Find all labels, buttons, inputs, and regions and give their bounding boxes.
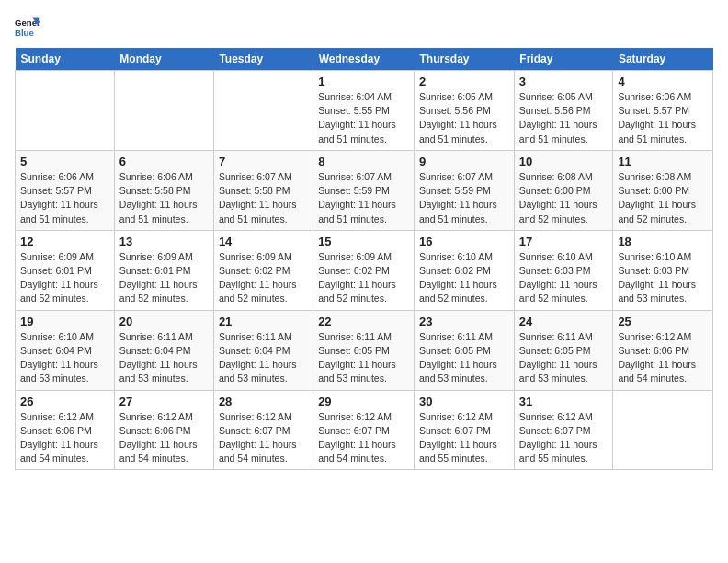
day-info: Sunrise: 6:08 AM Sunset: 6:00 PM Dayligh… (519, 170, 609, 226)
calendar-cell: 27Sunrise: 6:12 AM Sunset: 6:06 PM Dayli… (114, 390, 213, 470)
day-number: 23 (419, 315, 509, 328)
calendar-week-row: 1Sunrise: 6:04 AM Sunset: 5:55 PM Daylig… (16, 71, 713, 151)
calendar-cell: 3Sunrise: 6:05 AM Sunset: 5:56 PM Daylig… (514, 71, 613, 151)
calendar-cell: 25Sunrise: 6:12 AM Sunset: 6:06 PM Dayli… (613, 310, 713, 390)
calendar-cell: 12Sunrise: 6:09 AM Sunset: 6:01 PM Dayli… (16, 230, 115, 310)
calendar-cell: 7Sunrise: 6:07 AM Sunset: 5:58 PM Daylig… (213, 150, 313, 230)
day-info: Sunrise: 6:12 AM Sunset: 6:06 PM Dayligh… (618, 330, 708, 386)
day-number: 28 (219, 395, 308, 408)
calendar-cell: 30Sunrise: 6:12 AM Sunset: 6:07 PM Dayli… (415, 390, 515, 470)
calendar-table: SundayMondayTuesdayWednesdayThursdayFrid… (15, 48, 713, 470)
day-number: 1 (318, 75, 409, 88)
day-number: 9 (419, 155, 509, 168)
day-info: Sunrise: 6:09 AM Sunset: 6:01 PM Dayligh… (20, 250, 109, 306)
day-number: 20 (119, 315, 209, 328)
day-number: 3 (519, 75, 609, 88)
dow-header: Friday (514, 48, 613, 71)
calendar-cell: 5Sunrise: 6:06 AM Sunset: 5:57 PM Daylig… (16, 150, 115, 230)
day-info: Sunrise: 6:07 AM Sunset: 5:59 PM Dayligh… (318, 170, 409, 226)
calendar-cell: 22Sunrise: 6:11 AM Sunset: 6:05 PM Dayli… (313, 310, 415, 390)
day-number: 31 (519, 395, 609, 408)
calendar-cell: 18Sunrise: 6:10 AM Sunset: 6:03 PM Dayli… (613, 230, 713, 310)
calendar-cell: 14Sunrise: 6:09 AM Sunset: 6:02 PM Dayli… (213, 230, 313, 310)
calendar-cell: 24Sunrise: 6:11 AM Sunset: 6:05 PM Dayli… (514, 310, 613, 390)
day-number: 18 (618, 235, 708, 248)
day-info: Sunrise: 6:11 AM Sunset: 6:05 PM Dayligh… (519, 330, 609, 386)
dow-header: Saturday (613, 48, 713, 71)
day-info: Sunrise: 6:12 AM Sunset: 6:07 PM Dayligh… (419, 410, 509, 466)
page-header: General Blue (15, 15, 713, 40)
dow-header: Thursday (415, 48, 515, 71)
calendar-cell: 11Sunrise: 6:08 AM Sunset: 6:00 PM Dayli… (613, 150, 713, 230)
calendar-cell: 21Sunrise: 6:11 AM Sunset: 6:04 PM Dayli… (213, 310, 313, 390)
day-info: Sunrise: 6:10 AM Sunset: 6:04 PM Dayligh… (20, 330, 109, 386)
calendar-cell: 23Sunrise: 6:11 AM Sunset: 6:05 PM Dayli… (415, 310, 515, 390)
day-number: 11 (618, 155, 708, 168)
day-number: 2 (419, 75, 509, 88)
dow-header: Tuesday (213, 48, 313, 71)
day-number: 14 (219, 235, 308, 248)
day-number: 7 (219, 155, 308, 168)
calendar-cell (114, 71, 213, 151)
day-number: 25 (618, 315, 708, 328)
day-info: Sunrise: 6:12 AM Sunset: 6:07 PM Dayligh… (219, 410, 308, 466)
calendar-cell (16, 71, 115, 151)
day-info: Sunrise: 6:08 AM Sunset: 6:00 PM Dayligh… (618, 170, 708, 226)
day-info: Sunrise: 6:11 AM Sunset: 6:05 PM Dayligh… (318, 330, 409, 386)
calendar-week-row: 12Sunrise: 6:09 AM Sunset: 6:01 PM Dayli… (16, 230, 713, 310)
day-number: 17 (519, 235, 609, 248)
calendar-cell: 26Sunrise: 6:12 AM Sunset: 6:06 PM Dayli… (16, 390, 115, 470)
day-info: Sunrise: 6:05 AM Sunset: 5:56 PM Dayligh… (419, 90, 509, 146)
day-number: 13 (119, 235, 209, 248)
calendar-cell: 16Sunrise: 6:10 AM Sunset: 6:02 PM Dayli… (415, 230, 515, 310)
day-number: 22 (318, 315, 409, 328)
day-info: Sunrise: 6:11 AM Sunset: 6:05 PM Dayligh… (419, 330, 509, 386)
day-number: 26 (20, 395, 109, 408)
day-info: Sunrise: 6:06 AM Sunset: 5:58 PM Dayligh… (119, 170, 209, 226)
dow-header: Wednesday (313, 48, 415, 71)
calendar-cell (613, 390, 713, 470)
day-number: 4 (618, 75, 708, 88)
day-number: 12 (20, 235, 109, 248)
day-info: Sunrise: 6:12 AM Sunset: 6:06 PM Dayligh… (20, 410, 109, 466)
day-info: Sunrise: 6:10 AM Sunset: 6:03 PM Dayligh… (618, 250, 708, 306)
calendar-cell: 15Sunrise: 6:09 AM Sunset: 6:02 PM Dayli… (313, 230, 415, 310)
day-info: Sunrise: 6:11 AM Sunset: 6:04 PM Dayligh… (219, 330, 308, 386)
day-number: 5 (20, 155, 109, 168)
day-info: Sunrise: 6:12 AM Sunset: 6:07 PM Dayligh… (318, 410, 409, 466)
calendar-cell: 4Sunrise: 6:06 AM Sunset: 5:57 PM Daylig… (613, 71, 713, 151)
day-number: 29 (318, 395, 409, 408)
day-info: Sunrise: 6:09 AM Sunset: 6:01 PM Dayligh… (119, 250, 209, 306)
calendar-week-row: 26Sunrise: 6:12 AM Sunset: 6:06 PM Dayli… (16, 390, 713, 470)
day-info: Sunrise: 6:09 AM Sunset: 6:02 PM Dayligh… (318, 250, 409, 306)
calendar-cell: 2Sunrise: 6:05 AM Sunset: 5:56 PM Daylig… (415, 71, 515, 151)
day-number: 8 (318, 155, 409, 168)
calendar-cell: 20Sunrise: 6:11 AM Sunset: 6:04 PM Dayli… (114, 310, 213, 390)
day-info: Sunrise: 6:06 AM Sunset: 5:57 PM Dayligh… (20, 170, 109, 226)
day-number: 30 (419, 395, 509, 408)
calendar-body: 1Sunrise: 6:04 AM Sunset: 5:55 PM Daylig… (16, 71, 713, 470)
day-info: Sunrise: 6:07 AM Sunset: 5:58 PM Dayligh… (219, 170, 308, 226)
calendar-cell: 1Sunrise: 6:04 AM Sunset: 5:55 PM Daylig… (313, 71, 415, 151)
day-number: 6 (119, 155, 209, 168)
dow-header: Sunday (16, 48, 115, 71)
day-info: Sunrise: 6:10 AM Sunset: 6:03 PM Dayligh… (519, 250, 609, 306)
day-info: Sunrise: 6:09 AM Sunset: 6:02 PM Dayligh… (219, 250, 308, 306)
day-info: Sunrise: 6:12 AM Sunset: 6:07 PM Dayligh… (519, 410, 609, 466)
calendar-cell: 9Sunrise: 6:07 AM Sunset: 5:59 PM Daylig… (415, 150, 515, 230)
day-number: 21 (219, 315, 308, 328)
calendar-cell: 29Sunrise: 6:12 AM Sunset: 6:07 PM Dayli… (313, 390, 415, 470)
day-number: 27 (119, 395, 209, 408)
calendar-cell: 31Sunrise: 6:12 AM Sunset: 6:07 PM Dayli… (514, 390, 613, 470)
logo: General Blue (15, 15, 40, 40)
calendar-cell: 6Sunrise: 6:06 AM Sunset: 5:58 PM Daylig… (114, 150, 213, 230)
calendar-cell: 13Sunrise: 6:09 AM Sunset: 6:01 PM Dayli… (114, 230, 213, 310)
calendar-cell: 10Sunrise: 6:08 AM Sunset: 6:00 PM Dayli… (514, 150, 613, 230)
calendar-cell (213, 71, 313, 151)
day-info: Sunrise: 6:07 AM Sunset: 5:59 PM Dayligh… (419, 170, 509, 226)
calendar-cell: 28Sunrise: 6:12 AM Sunset: 6:07 PM Dayli… (213, 390, 313, 470)
day-number: 10 (519, 155, 609, 168)
day-number: 16 (419, 235, 509, 248)
day-info: Sunrise: 6:11 AM Sunset: 6:04 PM Dayligh… (119, 330, 209, 386)
day-info: Sunrise: 6:12 AM Sunset: 6:06 PM Dayligh… (119, 410, 209, 466)
